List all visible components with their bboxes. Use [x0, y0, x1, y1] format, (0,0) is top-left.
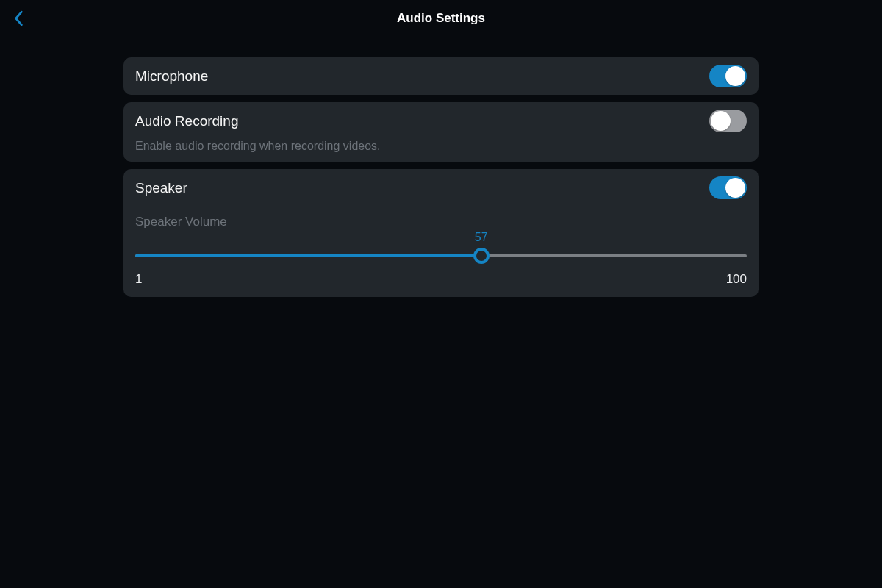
slider-fill — [135, 254, 481, 257]
speaker-toggle[interactable] — [709, 176, 747, 199]
microphone-toggle[interactable] — [709, 65, 747, 87]
slider-thumb[interactable] — [473, 248, 490, 264]
slider-min-label: 1 — [135, 272, 142, 287]
audio-recording-card: Audio Recording Enable audio recording w… — [123, 102, 759, 162]
audio-recording-description: Enable audio recording when recording vi… — [123, 140, 759, 162]
microphone-card: Microphone — [123, 57, 759, 95]
chevron-left-icon — [13, 10, 24, 26]
microphone-row: Microphone — [123, 57, 759, 95]
slider-max-label: 100 — [726, 272, 747, 287]
toggle-knob — [725, 66, 745, 86]
header: Audio Settings — [0, 0, 882, 37]
slider-range-labels: 1 100 — [135, 272, 747, 287]
speaker-row: Speaker — [123, 169, 759, 207]
settings-content: Microphone Audio Recording Enable audio … — [0, 37, 882, 297]
audio-recording-row: Audio Recording — [123, 102, 759, 140]
toggle-knob — [725, 178, 745, 198]
microphone-label: Microphone — [135, 68, 208, 85]
toggle-knob — [711, 111, 731, 131]
page-title: Audio Settings — [397, 11, 485, 26]
audio-recording-label: Audio Recording — [135, 113, 238, 129]
speaker-volume-section: Speaker Volume 57 1 100 — [123, 207, 759, 297]
speaker-volume-value: 57 — [475, 231, 488, 244]
back-button[interactable] — [7, 7, 29, 29]
speaker-card: Speaker Speaker Volume 57 1 100 — [123, 169, 759, 297]
speaker-volume-slider[interactable]: 57 — [135, 247, 747, 265]
audio-recording-toggle[interactable] — [709, 110, 747, 132]
speaker-label: Speaker — [135, 180, 187, 196]
speaker-volume-label: Speaker Volume — [135, 215, 747, 229]
